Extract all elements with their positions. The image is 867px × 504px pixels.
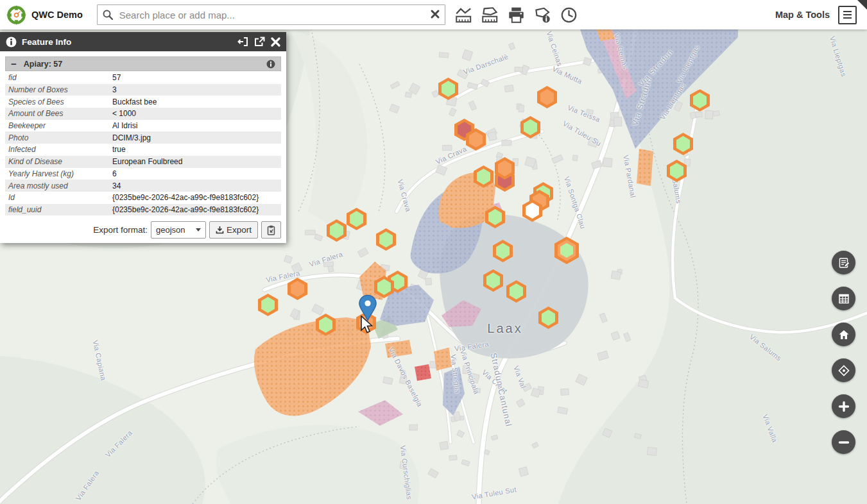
- attribute-label: Infected: [5, 145, 112, 154]
- attribute-label: fid: [5, 73, 112, 82]
- attribute-row: Infectedtrue: [5, 144, 281, 156]
- zoom-out-button[interactable]: [832, 430, 855, 454]
- attribute-label: Amount of Bees: [5, 109, 112, 118]
- attribute-value: European Foulbreed: [112, 157, 182, 166]
- corner-notch: [857, 0, 867, 10]
- chevron-down-icon: [196, 228, 201, 231]
- dock-window-icon[interactable]: [237, 37, 248, 47]
- search-input[interactable]: [97, 4, 445, 25]
- menu-button[interactable]: [838, 6, 857, 24]
- attribute-label: Area mostly used: [5, 181, 112, 190]
- search-icon: [102, 9, 114, 21]
- apiary-marker-green[interactable]: [690, 89, 710, 112]
- attribute-label: Kind of Disease: [5, 157, 112, 166]
- attribute-row: fid57: [5, 72, 281, 84]
- attribute-value: {0235be9c-2026-42ac-a99c-f9e8183fc602}: [112, 193, 259, 202]
- apiary-marker-green[interactable]: [493, 240, 513, 262]
- home-icon: [837, 328, 850, 341]
- apiary-marker-green[interactable]: [485, 206, 505, 228]
- attribute-value: DCIM/3.jpg: [112, 133, 151, 142]
- identify-region-tool-button[interactable]: [533, 4, 553, 25]
- report-tool-button[interactable]: [832, 251, 855, 274]
- clock-icon: [560, 6, 578, 24]
- attribute-row: Yearly Harvest (kg)6: [5, 168, 281, 180]
- selected-location-pin: [358, 294, 377, 321]
- attribute-label: Yearly Harvest (kg): [5, 169, 112, 178]
- apiary-marker-green[interactable]: [376, 228, 396, 251]
- feature-info-title: Feature Info: [22, 37, 232, 47]
- plus-icon: [837, 400, 850, 413]
- print-tool-button[interactable]: [506, 4, 527, 25]
- measure-area-tool-button[interactable]: [480, 4, 501, 25]
- clear-search-icon[interactable]: [430, 8, 440, 20]
- apiary-marker-white[interactable]: [522, 199, 542, 222]
- app-title: QWC Demo: [31, 10, 83, 20]
- attribute-label: Id: [5, 193, 112, 202]
- attribute-label: Number of Boxes: [5, 85, 112, 94]
- apiary-marker-orange[interactable]: [288, 278, 307, 300]
- attribute-label: field_uuid: [5, 205, 112, 214]
- topbar: QWC Demo: [0, 0, 867, 29]
- attribute-table-button[interactable]: [832, 287, 855, 310]
- feature-info-window: Feature Info − Apiary: 57: [0, 32, 286, 243]
- collapse-icon[interactable]: −: [11, 61, 17, 67]
- minus-icon: [837, 436, 850, 449]
- apiary-marker-orange[interactable]: [537, 86, 557, 108]
- export-footer: Export format: geojson Export: [5, 221, 281, 239]
- export-button[interactable]: Export: [209, 221, 258, 239]
- report-icon: [837, 256, 850, 269]
- search-box: [97, 4, 445, 25]
- attribute-row: Amount of Bees< 1000: [5, 108, 281, 120]
- apiary-marker-green[interactable]: [506, 280, 526, 303]
- apiary-marker-green[interactable]: [520, 116, 540, 139]
- attribute-row: Id{0235be9c-2026-42ac-a99c-f9e8183fc602}: [5, 192, 281, 204]
- attribute-value: 3: [112, 85, 117, 94]
- attribute-value: < 1000: [112, 109, 136, 118]
- attribute-row: PhotoDCIM/3.jpg: [5, 131, 281, 144]
- map-tools-menu-label[interactable]: Map & Tools: [775, 10, 830, 20]
- info-icon: [6, 37, 17, 47]
- apiary-marker-green[interactable]: [327, 219, 347, 242]
- apiary-marker-green[interactable]: [258, 294, 278, 316]
- attribute-value: 34: [112, 181, 121, 190]
- attribute-value: 57: [112, 73, 121, 82]
- close-icon[interactable]: [271, 37, 280, 47]
- apiary-marker-green[interactable]: [438, 78, 458, 100]
- attribute-row: Area mostly used34: [5, 180, 281, 192]
- export-format-select[interactable]: geojson: [151, 221, 206, 239]
- home-button[interactable]: [832, 323, 855, 346]
- attribute-table: fid57Number of Boxes3Species of BeesBuck…: [5, 72, 281, 215]
- copy-to-clipboard-button[interactable]: [261, 221, 281, 239]
- apiary-marker-green[interactable]: [667, 160, 687, 182]
- attribute-label: Species of Bees: [5, 97, 112, 106]
- export-format-value: geojson: [156, 225, 185, 235]
- measure-icon: [455, 6, 472, 24]
- apiary-marker-green[interactable]: [673, 133, 693, 155]
- measure-area-icon: [481, 6, 499, 24]
- attribute-row: BeekeeperAl Idrisi: [5, 120, 281, 132]
- apiary-marker-green[interactable]: [483, 269, 503, 292]
- measure-tool-button[interactable]: [454, 4, 474, 25]
- apiary-marker-double[interactable]: [554, 237, 579, 264]
- export-format-label: Export format:: [93, 225, 148, 235]
- attribute-row: field_uuid{0235be9c-2026-42ac-a99c-f9e81…: [5, 204, 281, 216]
- print-icon: [508, 6, 525, 24]
- app-logo: QWC Demo: [6, 5, 97, 25]
- apiary-marker-green[interactable]: [316, 314, 336, 336]
- detach-window-icon[interactable]: [254, 37, 265, 47]
- attribute-row: Kind of DiseaseEuropean Foulbreed: [5, 156, 281, 168]
- zoom-in-button[interactable]: [832, 394, 855, 418]
- attribute-row: Species of BeesBuckfast bee: [5, 96, 281, 108]
- locate-icon: [837, 364, 850, 377]
- locate-button[interactable]: [832, 358, 855, 382]
- timeline-tool-button[interactable]: [559, 4, 579, 25]
- apiary-marker-green[interactable]: [347, 208, 366, 230]
- feature-info-detail-icon[interactable]: [266, 60, 275, 69]
- apiary-marker-orange[interactable]: [466, 128, 486, 151]
- feature-info-titlebar[interactable]: Feature Info: [0, 32, 286, 51]
- apiary-marker-green[interactable]: [474, 165, 494, 188]
- apiary-marker-green[interactable]: [538, 307, 558, 329]
- attribute-label: Beekeeper: [5, 121, 112, 130]
- feature-section-header[interactable]: − Apiary: 57: [5, 56, 281, 71]
- apiary-marker-orange[interactable]: [495, 157, 515, 180]
